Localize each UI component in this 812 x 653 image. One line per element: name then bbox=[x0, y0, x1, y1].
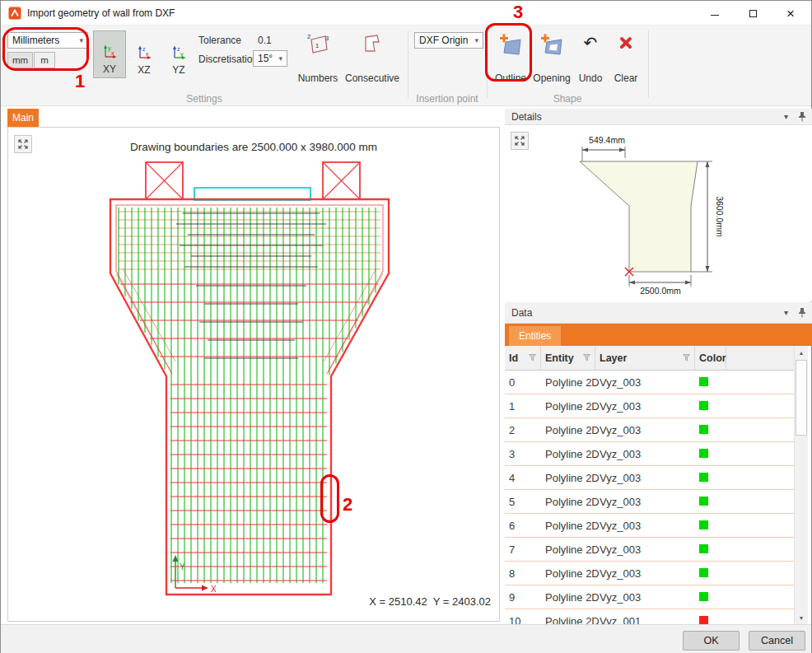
entity-color-swatch bbox=[699, 544, 708, 553]
settings-group-label: Settings bbox=[1, 93, 408, 105]
table-row[interactable]: 1Polyline 2DVyz_003 bbox=[505, 394, 794, 418]
footer: OK Cancel bbox=[1, 624, 811, 653]
table-row[interactable]: 6Polyline 2DVyz_003 bbox=[505, 514, 794, 538]
tolerance-value[interactable]: 0.1 bbox=[258, 35, 272, 46]
table-row[interactable]: 2Polyline 2DVyz_003 bbox=[505, 418, 794, 442]
tolerance-label: Tolerance bbox=[198, 35, 241, 46]
tab-main[interactable]: Main bbox=[7, 109, 39, 127]
scroll-up-icon: ▲ bbox=[799, 350, 805, 356]
maximize-icon bbox=[749, 10, 757, 17]
svg-text:2: 2 bbox=[307, 33, 310, 40]
insertion-point-group-label: Insertion point bbox=[408, 93, 487, 105]
details-pin-icon[interactable] bbox=[798, 111, 806, 122]
data-title: Data bbox=[511, 307, 532, 319]
unit-mm-button[interactable]: mm bbox=[7, 52, 33, 68]
ribbon: Millimeters ▾ mm m y x XY z x bbox=[1, 26, 811, 106]
svg-text:x: x bbox=[111, 50, 114, 56]
discretisation-dropdown[interactable]: 15° ▾ bbox=[253, 50, 287, 67]
plane-xz-button[interactable]: z x XZ bbox=[128, 30, 161, 78]
data-header[interactable]: Data ▾ bbox=[505, 302, 812, 324]
plane-yz-button[interactable]: z y YZ bbox=[162, 30, 195, 78]
details-collapse-icon[interactable]: ▾ bbox=[784, 112, 798, 121]
filter-icon[interactable] bbox=[529, 354, 536, 361]
svg-text:3: 3 bbox=[325, 35, 329, 42]
table-row[interactable]: 10Polyline 2DVyz_001 bbox=[505, 609, 794, 624]
entity-color-swatch bbox=[699, 592, 708, 601]
data-collapse-icon[interactable]: ▾ bbox=[784, 308, 798, 317]
svg-text:X: X bbox=[211, 585, 217, 594]
numbers-icon: 2 3 1 bbox=[306, 32, 329, 55]
group-separator bbox=[408, 30, 408, 98]
units-value: Millimeters bbox=[12, 35, 59, 46]
discretisation-label: Discretisation bbox=[198, 54, 258, 65]
data-pin-icon[interactable] bbox=[798, 307, 806, 318]
shape-group-label: Shape bbox=[487, 93, 648, 105]
app-icon bbox=[8, 7, 21, 20]
entity-color-swatch bbox=[699, 449, 708, 458]
scroll-up-button[interactable]: ▲ bbox=[795, 346, 808, 359]
unit-m-button[interactable]: m bbox=[34, 52, 55, 68]
svg-text:Y: Y bbox=[180, 562, 185, 571]
svg-text:2500.0mm: 2500.0mm bbox=[640, 286, 681, 296]
table-row[interactable]: 0Polyline 2DVyz_003 bbox=[505, 371, 794, 394]
units-dropdown[interactable]: Millimeters ▾ bbox=[7, 32, 88, 49]
table-row[interactable]: 5Polyline 2DVyz_003 bbox=[505, 490, 794, 514]
column-header-color[interactable]: Color bbox=[695, 346, 726, 370]
column-header-entity[interactable]: Entity bbox=[541, 346, 595, 370]
table-row[interactable]: 9Polyline 2DVyz_003 bbox=[505, 585, 794, 609]
tab-entities[interactable]: Entities bbox=[509, 326, 561, 346]
table-row[interactable]: 7Polyline 2DVyz_003 bbox=[505, 538, 794, 562]
details-header[interactable]: Details ▾ bbox=[505, 109, 812, 125]
svg-text:1: 1 bbox=[315, 42, 319, 49]
import-dxf-dialog: Import geometry of wall from DXF × Milli… bbox=[0, 0, 812, 653]
maximize-button[interactable] bbox=[734, 1, 772, 26]
window-title: Import geometry of wall from DXF bbox=[27, 7, 175, 19]
wall-canvas[interactable]: Drawing boundaries are 2500.000 x 3980.0… bbox=[7, 127, 500, 622]
caret-icon: ▾ bbox=[471, 36, 478, 44]
data-tabbar: Entities bbox=[505, 324, 812, 346]
numbers-label: Numbers bbox=[298, 72, 338, 86]
insertion-point-value: DXF Origin bbox=[419, 35, 468, 46]
entity-color-swatch bbox=[699, 497, 708, 506]
cancel-button[interactable]: Cancel bbox=[749, 631, 805, 651]
svg-text:3600.0mm: 3600.0mm bbox=[715, 196, 725, 237]
xy-axes-icon: y x bbox=[100, 43, 119, 61]
details-expand-button[interactable] bbox=[511, 132, 529, 150]
undo-button[interactable]: ↶ Undo bbox=[574, 29, 607, 86]
details-drawing: 549.4mm3600.0mm2500.0mm bbox=[505, 125, 812, 301]
table-row[interactable]: 4Polyline 2DVyz_003 bbox=[505, 466, 794, 490]
minimize-button[interactable] bbox=[696, 1, 734, 26]
plane-xy-label: XY bbox=[103, 63, 116, 75]
expand-button[interactable] bbox=[14, 135, 32, 153]
details-canvas: 549.4mm3600.0mm2500.0mm bbox=[505, 125, 812, 301]
ok-button[interactable]: OK bbox=[683, 631, 740, 651]
titlebar: Import geometry of wall from DXF × bbox=[1, 1, 811, 26]
scrollbar-thumb[interactable] bbox=[796, 360, 807, 436]
outline-icon bbox=[498, 32, 523, 57]
group-separator bbox=[487, 30, 488, 98]
table-row[interactable]: 8Polyline 2DVyz_003 bbox=[505, 562, 794, 585]
numbers-button[interactable]: 2 3 1 Numbers bbox=[294, 29, 342, 86]
table-header: Id Entity Layer Color bbox=[505, 346, 794, 371]
outline-button[interactable]: Outline bbox=[490, 29, 531, 86]
opening-button[interactable]: Opening bbox=[531, 29, 572, 86]
caret-icon: ▾ bbox=[76, 36, 83, 44]
column-header-id[interactable]: Id bbox=[505, 346, 541, 370]
scroll-down-button[interactable]: ▼ bbox=[795, 611, 808, 624]
svg-text:y: y bbox=[180, 51, 184, 58]
column-header-filler bbox=[726, 346, 794, 370]
minimize-icon bbox=[711, 15, 719, 16]
opening-label: Opening bbox=[533, 72, 570, 86]
filter-icon[interactable] bbox=[583, 354, 590, 361]
entity-color-swatch bbox=[699, 520, 708, 529]
consecutive-button[interactable]: Consecutive bbox=[342, 29, 403, 86]
plane-xy-button[interactable]: y x XY bbox=[93, 30, 126, 78]
close-button[interactable]: × bbox=[772, 1, 810, 26]
clear-button[interactable]: Clear bbox=[609, 29, 643, 86]
table-row[interactable]: 3Polyline 2DVyz_003 bbox=[505, 442, 794, 466]
insertion-point-dropdown[interactable]: DXF Origin ▾ bbox=[414, 32, 483, 49]
table-scrollbar[interactable]: ▲ ▼ bbox=[794, 346, 808, 624]
column-header-layer[interactable]: Layer bbox=[595, 346, 695, 370]
filter-icon[interactable] bbox=[683, 354, 690, 361]
xz-axes-icon: z x bbox=[135, 44, 153, 62]
